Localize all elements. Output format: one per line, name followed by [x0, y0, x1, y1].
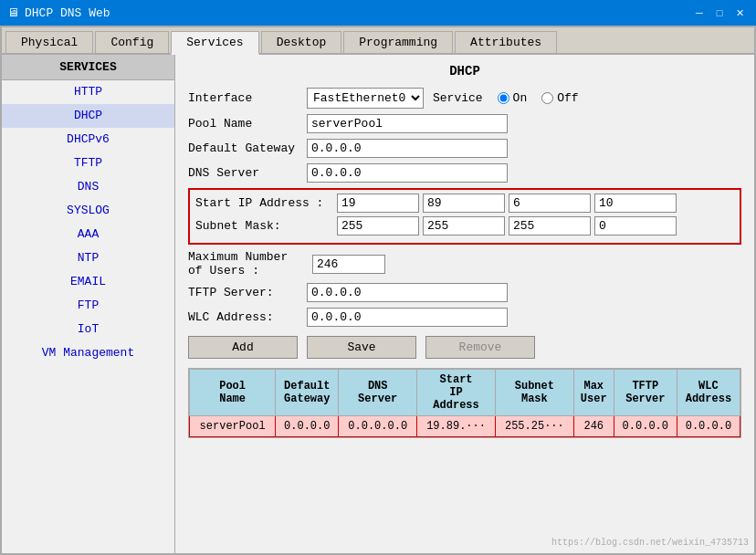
start-ip-seg2[interactable]: [423, 194, 505, 213]
table-wrapper: PoolName DefaultGateway DNSServer StartI…: [188, 368, 741, 438]
start-ip-seg3[interactable]: [509, 194, 591, 213]
main-window: Physical Config Services Desktop Program…: [0, 26, 756, 555]
sidebar-item-dns[interactable]: DNS: [2, 175, 174, 199]
window-controls: ─ □ ✕: [690, 5, 749, 21]
sidebar-item-dhcpv6[interactable]: DHCPv6: [2, 128, 174, 152]
cell-pool-name: serverPool: [190, 416, 276, 437]
sidebar-item-ntp[interactable]: NTP: [2, 246, 174, 270]
service-on-text: On: [513, 91, 528, 105]
tftp-server-label: TFTP Server:: [188, 286, 307, 299]
table-header-row: PoolName DefaultGateway DNSServer StartI…: [190, 370, 740, 416]
sidebar-item-email[interactable]: EMAIL: [2, 270, 174, 294]
button-row: Add Save Remove: [188, 336, 741, 359]
col-subnet-mask: SubnetMask: [495, 370, 573, 416]
cell-dns-server: 0.0.0.0.0: [339, 416, 417, 437]
dns-server-row: DNS Server: [188, 163, 741, 183]
default-gateway-row: Default Gateway: [188, 139, 741, 158]
subnet-seg3[interactable]: [509, 216, 591, 236]
tftp-server-input[interactable]: [307, 283, 508, 302]
service-on-label[interactable]: On: [498, 91, 528, 105]
maximize-button[interactable]: □: [710, 5, 729, 21]
sidebar-item-vm[interactable]: VM Management: [2, 341, 174, 365]
pool-name-input[interactable]: [307, 114, 508, 133]
subnet-mask-label: Subnet Mask:: [195, 219, 337, 233]
table-row[interactable]: serverPool 0.0.0.0 0.0.0.0.0 19.89.··· 2…: [190, 416, 740, 437]
sidebar-item-iot[interactable]: IoT: [2, 318, 174, 341]
start-ip-seg4[interactable]: [594, 194, 677, 213]
interface-row: Interface FastEthernet0 Service On Off: [188, 88, 741, 109]
watermark: https://blog.csdn.net/weixin_4735713: [551, 538, 749, 548]
default-gateway-label: Default Gateway: [188, 141, 307, 155]
sidebar-item-tftp[interactable]: TFTP: [2, 152, 174, 175]
cell-max-users: 246: [573, 416, 614, 437]
title-text: DHCP DNS Web: [25, 6, 110, 20]
service-off-radio[interactable]: [541, 92, 553, 104]
tab-config[interactable]: Config: [95, 31, 169, 53]
col-start-ip: StartIPAddress: [417, 370, 496, 416]
sidebar-item-http[interactable]: HTTP: [2, 80, 174, 104]
max-users-input[interactable]: [312, 255, 385, 274]
subnet-seg1[interactable]: [337, 216, 419, 236]
interface-label: Interface: [188, 91, 307, 105]
title-bar: 🖥 DHCP DNS Web ─ □ ✕: [0, 0, 756, 26]
col-dns-server: DNSServer: [339, 370, 417, 416]
tab-desktop[interactable]: Desktop: [261, 31, 342, 53]
subnet-mask-row: Subnet Mask:: [195, 216, 734, 236]
service-label: Service: [433, 91, 483, 105]
cell-start-ip: 19.89.···: [417, 416, 496, 437]
sidebar-scroll[interactable]: HTTP DHCP DHCPv6 TFTP DNS SYSLOG AAA NTP…: [2, 80, 174, 553]
app-icon: 🖥: [7, 6, 19, 20]
tab-physical[interactable]: Physical: [5, 31, 93, 53]
cell-tftp-server: 0.0.0.0: [614, 416, 677, 437]
main-panel: DHCP Interface FastEthernet0 Service On …: [175, 55, 754, 553]
subnet-seg4[interactable]: [594, 216, 677, 236]
service-off-text: Off: [557, 91, 578, 105]
tftp-server-row: TFTP Server:: [188, 283, 741, 302]
dns-server-input[interactable]: [307, 163, 508, 183]
cell-subnet-mask: 255.25···: [495, 416, 573, 437]
section-title: DHCP: [188, 64, 741, 79]
tab-services[interactable]: Services: [171, 31, 258, 55]
max-users-label: Maximum Number of Users :: [188, 250, 307, 278]
interface-select[interactable]: FastEthernet0: [307, 88, 424, 109]
save-button[interactable]: Save: [307, 336, 416, 359]
ip-box: Start IP Address : Subnet Mask:: [188, 188, 741, 245]
sidebar-item-syslog[interactable]: SYSLOG: [2, 199, 174, 223]
pool-name-row: Pool Name: [188, 114, 741, 133]
dhcp-table: PoolName DefaultGateway DNSServer StartI…: [189, 369, 740, 437]
wlc-address-input[interactable]: [307, 308, 508, 327]
default-gateway-input[interactable]: [307, 139, 508, 158]
tab-attributes[interactable]: Attributes: [455, 31, 557, 53]
col-wlc-address: WLCAddress: [677, 370, 740, 416]
service-off-label[interactable]: Off: [541, 91, 578, 105]
content-area: SERVICES HTTP DHCP DHCPv6 TFTP DNS SYSLO…: [2, 55, 754, 553]
tab-programming[interactable]: Programming: [343, 31, 453, 53]
sidebar-item-dhcp[interactable]: DHCP: [2, 104, 174, 128]
add-button[interactable]: Add: [188, 336, 298, 359]
remove-button[interactable]: Remove: [425, 336, 535, 359]
close-button[interactable]: ✕: [730, 5, 749, 21]
service-group: Service On Off: [433, 91, 579, 105]
cell-default-gateway: 0.0.0.0: [276, 416, 339, 437]
dns-server-label: DNS Server: [188, 166, 307, 180]
pool-name-label: Pool Name: [188, 117, 307, 131]
sidebar-header: SERVICES: [2, 55, 174, 80]
service-on-radio[interactable]: [498, 92, 509, 104]
minimize-button[interactable]: ─: [690, 5, 709, 21]
sidebar-item-aaa[interactable]: AAA: [2, 223, 174, 246]
col-pool-name: PoolName: [190, 370, 276, 416]
col-max-user: MaxUser: [573, 370, 614, 416]
col-tftp-server: TFTPServer: [614, 370, 677, 416]
cell-wlc-address: 0.0.0.0: [677, 416, 740, 437]
start-ip-row: Start IP Address :: [195, 194, 734, 213]
wlc-address-row: WLC Address:: [188, 308, 741, 327]
sidebar: SERVICES HTTP DHCP DHCPv6 TFTP DNS SYSLO…: [2, 55, 175, 553]
start-ip-seg1[interactable]: [337, 194, 419, 213]
subnet-seg2[interactable]: [423, 216, 505, 236]
start-ip-label: Start IP Address :: [195, 196, 337, 210]
tab-bar: Physical Config Services Desktop Program…: [2, 27, 754, 55]
max-users-row: Maximum Number of Users :: [188, 250, 741, 278]
wlc-address-label: WLC Address:: [188, 310, 307, 324]
col-default-gateway: DefaultGateway: [276, 370, 339, 416]
sidebar-item-ftp[interactable]: FTP: [2, 294, 174, 318]
